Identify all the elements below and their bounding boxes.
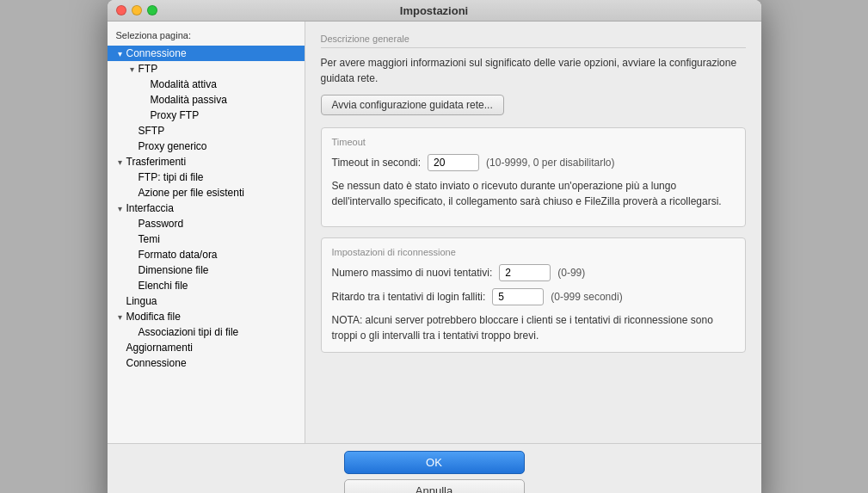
sidebar-item-formato-data[interactable]: Formato data/ora bbox=[108, 247, 305, 262]
tree-item-label: FTP bbox=[139, 63, 158, 75]
reconnect-row-2: Ritardo tra i tentativi di login falliti… bbox=[332, 288, 735, 305]
sidebar-item-azione-file[interactable]: Azione per file esistenti bbox=[108, 185, 305, 200]
description-text: Per avere maggiori informazioni sul sign… bbox=[321, 55, 746, 86]
tree-item-label: Temi bbox=[139, 233, 160, 245]
tree-item-label: Elenchi file bbox=[139, 280, 188, 292]
title-bar: Impostazioni bbox=[108, 0, 761, 22]
tree-item-label: Formato data/ora bbox=[139, 249, 218, 261]
dialog-footer: OK Annulla bbox=[108, 443, 761, 493]
timeout-row: Timeout in secondi: (10-9999, 0 per disa… bbox=[332, 154, 735, 171]
settings-dialog: Impostazioni Seleziona pagina: ▾Connessi… bbox=[108, 0, 761, 493]
sidebar-item-temi[interactable]: Temi bbox=[108, 231, 305, 247]
reconnect-input-2[interactable] bbox=[492, 288, 544, 305]
tree-item-label: Modalità passiva bbox=[151, 94, 227, 106]
reconnect-note: NOTA: alcuni server potrebbero bloccare … bbox=[332, 312, 735, 343]
dialog-title: Impostazioni bbox=[400, 4, 468, 17]
minimize-button[interactable] bbox=[132, 5, 142, 15]
tree-item-label: Lingua bbox=[126, 295, 157, 307]
tree-item-label: Trasferimenti bbox=[126, 156, 187, 168]
sidebar-item-ftp[interactable]: ▾FTP bbox=[108, 61, 305, 77]
ok-button[interactable]: OK bbox=[344, 451, 525, 474]
reconnect-row-1: Numero massimo di nuovi tentativi: (0-99… bbox=[332, 264, 735, 281]
sidebar-item-elenchi-file[interactable]: Elenchi file bbox=[108, 278, 305, 293]
timeout-hint: (10-9999, 0 per disabilitarlo) bbox=[486, 157, 614, 169]
reconnect-section: Impostazioni di riconnessione Numero mas… bbox=[321, 237, 746, 353]
dialog-body: Seleziona pagina: ▾Connessione▾FTPModali… bbox=[108, 22, 761, 443]
tree-item-label: Proxy generico bbox=[139, 140, 207, 152]
sidebar-item-ftp-tipi[interactable]: FTP: tipi di file bbox=[108, 169, 305, 185]
sidebar-item-assoc-tipi[interactable]: Associazioni tipi di file bbox=[108, 324, 305, 340]
sidebar-item-aggiornamenti[interactable]: Aggiornamenti bbox=[108, 340, 305, 355]
tree-item-label: Modalità attiva bbox=[151, 78, 217, 90]
tree-item-label: Password bbox=[139, 218, 184, 230]
tree-item-label: Dimensione file bbox=[139, 264, 209, 276]
sidebar-item-modifica-file[interactable]: ▾Modifica file bbox=[108, 309, 305, 324]
tree-item-label: SFTP bbox=[139, 125, 165, 137]
timeout-section: Timeout Timeout in secondi: (10-9999, 0 … bbox=[321, 127, 746, 227]
sidebar-item-password[interactable]: Password bbox=[108, 216, 305, 231]
tree: ▾Connessione▾FTPModalità attivaModalità … bbox=[108, 46, 305, 434]
sidebar-item-modalita-passiva[interactable]: Modalità passiva bbox=[108, 92, 305, 108]
reconnect-input-1[interactable] bbox=[499, 264, 551, 281]
sidebar-item-lingua[interactable]: Lingua bbox=[108, 293, 305, 309]
sidebar-item-proxy-ftp[interactable]: Proxy FTP bbox=[108, 108, 305, 123]
reconnect-label-1: Numero massimo di nuovi tentativi: bbox=[332, 267, 493, 279]
maximize-button[interactable] bbox=[147, 5, 157, 15]
tree-item-label: Interfaccia bbox=[126, 202, 174, 214]
tree-item-label: Proxy FTP bbox=[151, 109, 200, 121]
tree-item-label: Modifica file bbox=[126, 311, 181, 323]
tree-item-label: Connessione bbox=[126, 47, 187, 59]
tree-arrow: ▾ bbox=[114, 157, 126, 167]
main-content: Descrizione generale Per avere maggiori … bbox=[305, 22, 761, 443]
sidebar-item-trasferimenti[interactable]: ▾Trasferimenti bbox=[108, 154, 305, 169]
close-button[interactable] bbox=[116, 5, 126, 15]
tree-item-label: Aggiornamenti bbox=[126, 342, 193, 354]
timeout-section-title: Timeout bbox=[332, 137, 735, 147]
sidebar-item-sftp[interactable]: SFTP bbox=[108, 123, 305, 139]
sidebar: Seleziona pagina: ▾Connessione▾FTPModali… bbox=[108, 22, 305, 443]
cancel-button[interactable]: Annulla bbox=[344, 479, 525, 493]
timeout-input[interactable] bbox=[428, 154, 479, 171]
tree-arrow: ▾ bbox=[126, 65, 139, 74]
description-section-title: Descrizione generale bbox=[321, 34, 746, 48]
reconnect-hint-1: (0-99) bbox=[557, 267, 585, 279]
traffic-lights bbox=[116, 5, 157, 15]
tree-item-label: Azione per file esistenti bbox=[139, 187, 244, 199]
guided-config-button[interactable]: Avvia configurazione guidata rete... bbox=[321, 95, 504, 115]
sidebar-label: Seleziona pagina: bbox=[108, 30, 305, 46]
reconnect-hint-2: (0-999 secondi) bbox=[551, 291, 622, 303]
sidebar-item-dimensione-file[interactable]: Dimensione file bbox=[108, 262, 305, 278]
tree-arrow: ▾ bbox=[114, 49, 126, 59]
reconnect-section-title: Impostazioni di riconnessione bbox=[332, 247, 735, 257]
timeout-label: Timeout in secondi: bbox=[332, 157, 422, 169]
sidebar-item-modalita-attiva[interactable]: Modalità attiva bbox=[108, 77, 305, 92]
reconnect-label-2: Ritardo tra i tentativi di login falliti… bbox=[332, 291, 486, 303]
sidebar-item-proxy-generico[interactable]: Proxy generico bbox=[108, 139, 305, 154]
tree-arrow: ▾ bbox=[114, 204, 126, 213]
sidebar-item-connessione2[interactable]: Connessione bbox=[108, 355, 305, 371]
sidebar-item-interfaccia[interactable]: ▾Interfaccia bbox=[108, 200, 305, 216]
sidebar-item-connessione[interactable]: ▾Connessione bbox=[108, 46, 305, 61]
tree-arrow: ▾ bbox=[114, 312, 126, 322]
timeout-description: Se nessun dato è stato inviato o ricevut… bbox=[332, 178, 735, 209]
tree-item-label: Associazioni tipi di file bbox=[139, 326, 239, 338]
tree-item-label: FTP: tipi di file bbox=[139, 171, 204, 183]
tree-item-label: Connessione bbox=[126, 357, 187, 369]
